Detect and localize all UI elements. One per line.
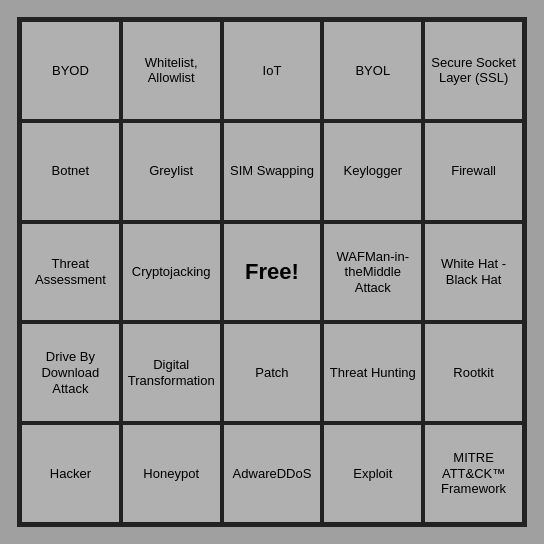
bingo-cell-r2c1: Cryptojacking bbox=[121, 222, 222, 323]
bingo-cell-r2c3: WAFMan-in-theMiddle Attack bbox=[322, 222, 423, 323]
bingo-cell-r0c2: IoT bbox=[222, 20, 323, 121]
bingo-cell-r3c1: Digital Transformation bbox=[121, 322, 222, 423]
bingo-cell-r4c2: AdwareDDoS bbox=[222, 423, 323, 524]
bingo-board: BYODWhitelist, AllowlistIoTBYOLSecure So… bbox=[17, 17, 527, 527]
bingo-cell-r1c0: Botnet bbox=[20, 121, 121, 222]
bingo-cell-r1c2: SIM Swapping bbox=[222, 121, 323, 222]
bingo-cell-r4c3: Exploit bbox=[322, 423, 423, 524]
bingo-cell-r1c4: Firewall bbox=[423, 121, 524, 222]
bingo-cell-r4c4: MITRE ATT&CK™ Framework bbox=[423, 423, 524, 524]
bingo-cell-r1c1: Greylist bbox=[121, 121, 222, 222]
bingo-cell-r4c1: Honeypot bbox=[121, 423, 222, 524]
bingo-cell-r2c4: White Hat - Black Hat bbox=[423, 222, 524, 323]
bingo-cell-r0c1: Whitelist, Allowlist bbox=[121, 20, 222, 121]
bingo-cell-r3c0: Drive By Download Attack bbox=[20, 322, 121, 423]
bingo-cell-r2c0: Threat Assessment bbox=[20, 222, 121, 323]
bingo-cell-r0c0: BYOD bbox=[20, 20, 121, 121]
bingo-cell-r0c4: Secure Socket Layer (SSL) bbox=[423, 20, 524, 121]
bingo-cell-r3c2: Patch bbox=[222, 322, 323, 423]
bingo-cell-r0c3: BYOL bbox=[322, 20, 423, 121]
bingo-cell-r4c0: Hacker bbox=[20, 423, 121, 524]
bingo-cell-r1c3: Keylogger bbox=[322, 121, 423, 222]
bingo-cell-r3c4: Rootkit bbox=[423, 322, 524, 423]
bingo-cell-r3c3: Threat Hunting bbox=[322, 322, 423, 423]
bingo-cell-r2c2: Free! bbox=[222, 222, 323, 323]
